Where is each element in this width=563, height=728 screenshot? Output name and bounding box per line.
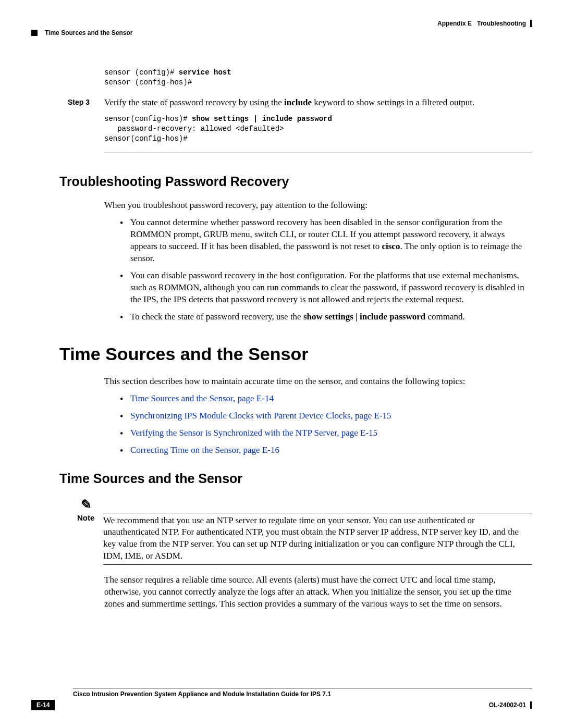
list-item: Time Sources and the Sensor, page E-14 <box>120 393 532 405</box>
appendix-label: Appendix E <box>437 20 472 27</box>
link-time-sources[interactable]: Time Sources and the Sensor, page E-14 <box>130 393 274 403</box>
list-item: Synchronizing IPS Module Clocks with Par… <box>120 410 532 422</box>
code-prompt: sensor (config)# <box>104 68 179 77</box>
code-prompt-line: sensor(config-hos)# <box>104 134 188 143</box>
time-intro: This section describes how to maintain a… <box>104 376 532 388</box>
troubleshooting-bullets: You cannot determine whether password re… <box>120 217 532 323</box>
footer-doc-title: Cisco Intrusion Prevention System Applia… <box>73 690 532 698</box>
page-number-badge: E-14 <box>31 700 55 710</box>
page-header: Appendix E Troubleshooting <box>31 20 532 27</box>
step-3-label: Step 3 <box>68 97 104 109</box>
step-3-text: Verify the state of password recovery by… <box>104 97 532 109</box>
step-3-row: Step 3 Verify the state of password reco… <box>31 97 532 109</box>
code-command: show settings | include password <box>192 115 332 123</box>
time-topic-links: Time Sources and the Sensor, page E-14 S… <box>120 393 532 456</box>
code-block-show-settings: sensor(config-hos)# show settings | incl… <box>104 114 532 144</box>
code-prompt-line: sensor (config-hos)# <box>104 78 192 87</box>
list-item: Correcting Time on the Sensor, page E-16 <box>120 445 532 456</box>
time-paragraph: The sensor requires a reliable time sour… <box>104 574 532 610</box>
link-verify-ntp[interactable]: Verifying the Sensor is Synchronized wit… <box>130 428 377 438</box>
section-marker-icon <box>31 30 38 36</box>
note-label: Note <box>77 513 103 522</box>
code-block-service-host: sensor (config)# service host sensor (co… <box>104 68 532 88</box>
footer-bar-icon <box>530 701 532 709</box>
note-block: ✎ Note We recommend that you use an NTP … <box>77 497 532 565</box>
footer-doc-id: OL-24002-01 <box>489 701 526 709</box>
header-bar-icon <box>530 20 532 27</box>
note-pencil-icon: ✎ <box>78 496 92 513</box>
code-output: password-recovery: allowed <defaulted> <box>104 125 284 133</box>
link-correcting-time[interactable]: Correcting Time on the Sensor, page E-16 <box>130 445 279 455</box>
note-rule-top <box>103 513 532 513</box>
section-divider <box>104 153 532 153</box>
bullet-disable-recovery: You can disable password recovery in the… <box>120 270 532 306</box>
page-subheader: Time Sources and the Sensor <box>31 29 532 36</box>
list-item: Verifying the Sensor is Synchronized wit… <box>120 427 532 439</box>
code-command: service host <box>179 68 231 77</box>
troubleshooting-intro: When you troubleshoot password recovery,… <box>104 200 532 212</box>
bullet-cannot-determine: You cannot determine whether password re… <box>120 217 532 265</box>
header-title: Troubleshooting <box>477 20 526 27</box>
header-section: Time Sources and the Sensor <box>45 29 133 36</box>
page-footer: Cisco Intrusion Prevention System Applia… <box>31 688 532 710</box>
heading-troubleshooting-password-recovery: Troubleshooting Password Recovery <box>59 174 532 189</box>
note-text: We recommend that you use an NTP server … <box>103 515 532 563</box>
link-sync-clocks[interactable]: Synchronizing IPS Module Clocks with Par… <box>130 411 391 421</box>
footer-rule <box>73 688 532 688</box>
heading-time-sources-section: Time Sources and the Sensor <box>59 471 532 486</box>
heading-time-sources-chapter: Time Sources and the Sensor <box>59 344 532 364</box>
note-rule-bottom <box>103 564 532 565</box>
bullet-check-state: To check the state of password recovery,… <box>120 311 532 323</box>
code-prompt: sensor(config-hos)# <box>104 115 192 123</box>
